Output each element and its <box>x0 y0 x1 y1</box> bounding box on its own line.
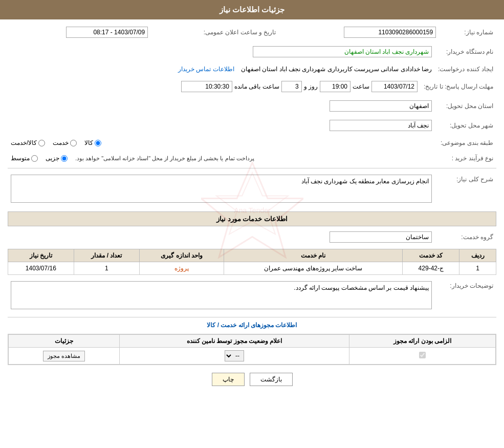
category-radio-khedmat-input[interactable] <box>70 140 77 146</box>
need-desc-label: شرح کلی نیاز: <box>435 173 496 206</box>
page-header: جزئیات اطلاعات نیاز <box>0 0 504 19</box>
row-date: 1403/07/16 <box>8 262 74 275</box>
view-permit-button[interactable]: مشاهده مجوز <box>43 351 85 361</box>
col-header-count: تعداد / مقدار <box>74 249 140 262</box>
buyer-org-label: نام دستگاه خریدار: <box>435 44 496 59</box>
category-kala-khedmat-label: کالا/خدمت <box>11 139 37 146</box>
perm-details-cell: مشاهده مجوز <box>9 348 120 365</box>
need-desc-textarea[interactable]: انجام زیرسازی معابر منطقه یک شهرداری نجف… <box>11 175 432 203</box>
need-number-value: 1103090286000159 <box>279 25 439 40</box>
response-deadline-label: مهلت ارسال پاسخ: تا تاریخ: <box>421 79 496 94</box>
delivery-province-value: اصفهان <box>8 98 435 114</box>
permissions-table: الزامی بودن ارائه مجوز اعلام وضعیت مجوز … <box>8 334 496 365</box>
print-button[interactable]: چاپ <box>212 373 245 386</box>
services-section-title: اطلاعات خدمات مورد نیاز <box>8 211 496 226</box>
purchase-jozi-label: جزیی <box>46 155 59 162</box>
footer-buttons: چاپ بازگشت <box>8 365 496 394</box>
info-table-buyer-desc: توضیحات خریدار: پیشنهاد قیمت بر اساس مشخ… <box>8 279 496 313</box>
remaining-label: ساعت باقی مانده <box>234 83 279 90</box>
category-radio-kala-khedmat-input[interactable] <box>38 140 45 146</box>
purchase-radio-jozi-input[interactable] <box>61 155 68 162</box>
perm-table-row: -- مشاهده مجوز <box>9 348 496 365</box>
service-group-input: ساختمان <box>330 231 432 243</box>
header-title: جزئیات اطلاعات نیاز <box>220 5 284 14</box>
requester-value: رضا خدادادی سادانی سرپرست کاربرداری شهرد… <box>8 63 435 75</box>
need-desc-value: انجام زیرسازی معابر منطقه یک شهرداری نجف… <box>8 173 435 206</box>
perm-status-cell: -- <box>120 348 349 365</box>
row-code: ج-42-429 <box>403 262 459 275</box>
category-label: طبقه بندی موضوعی: <box>435 137 496 148</box>
days-input: 3 <box>281 81 302 92</box>
delivery-city-label: شهر محل تحویل: <box>435 118 496 133</box>
requester-text: رضا خدادادی سادانی سرپرست کاربرداری شهرد… <box>241 66 432 73</box>
response-deadline-value: 10:30:30 ساعت باقی مانده 3 روز و 19:00 س… <box>8 79 421 94</box>
perm-required-checkbox[interactable] <box>419 352 426 358</box>
col-header-code: کد خدمت <box>403 249 459 262</box>
perm-col-required: الزامی بودن ارائه مجوز <box>349 335 495 348</box>
time-input: 19:00 <box>320 81 350 92</box>
info-table-city: شهر محل تحویل: نجف آباد <box>8 118 496 133</box>
row-name: ساخت سایر پروژه‌های مهندسی عمران <box>224 262 402 275</box>
contact-link[interactable]: اطلاعات تماس خریدار <box>178 66 234 73</box>
permissions-link: اطلاعات مجوزهای ارائه خدمت / کالا <box>8 322 496 329</box>
perm-col-status: اعلام وضعیت مجوز توسط نامین کننده <box>120 335 349 348</box>
purchase-type-label: نوع فرآیند خرید : <box>435 153 496 164</box>
col-header-name: نام خدمت <box>224 249 402 262</box>
divider-1 <box>8 168 496 168</box>
info-table-province: استان محل تحویل: اصفهان <box>8 98 496 114</box>
days-label: روز و <box>304 83 318 90</box>
need-number-label: شماره نیاز: <box>439 25 496 40</box>
table-row: 1 ج-42-429 ساخت سایر پروژه‌های مهندسی عم… <box>8 262 496 275</box>
row-count: 1 <box>74 262 140 275</box>
category-radio-kala-khedmat[interactable]: کالا/خدمت <box>11 139 45 146</box>
need-number-input: 1103090286000159 <box>344 27 436 38</box>
announce-datetime-value: 1403/07/09 - 08:17 <box>8 25 151 40</box>
buyer-desc-value: پیشنهاد قیمت بر اساس مشخصات پیوست ارائه … <box>8 279 435 313</box>
services-data-table: ردیف کد خدمت نام خدمت واحد اندازه گیری ت… <box>8 249 496 275</box>
purchase-radio-motavasset-input[interactable] <box>31 155 38 162</box>
main-content: Ana Tender شماره نیاز: 1103090286000159 … <box>0 19 504 399</box>
purchase-type-value: متوسط جزیی پرداخت تمام یا بخشی از مبلغ خ… <box>8 153 435 164</box>
purchase-motavasset-label: متوسط <box>11 155 30 162</box>
col-header-unit: واحد اندازه گیری <box>140 249 224 262</box>
info-table-category: طبقه بندی موضوعی: کالا/خدمت خدمت کالا <box>8 137 496 148</box>
back-button[interactable]: بازگشت <box>250 373 293 386</box>
page-wrapper: جزئیات اطلاعات نیاز Ana Tender شماره نیا… <box>0 0 504 448</box>
info-table-requester: ایجاد کننده درخواست: رضا خدادادی سادانی … <box>8 63 496 75</box>
purchase-radio-motavasset[interactable]: متوسط <box>11 155 38 162</box>
buyer-desc-textarea[interactable]: پیشنهاد قیمت بر اساس مشخصات پیوست ارائه … <box>11 281 432 309</box>
info-table-deadline: مهلت ارسال پاسخ: تا تاریخ: 10:30:30 ساعت… <box>8 79 496 94</box>
service-group-label: گروه خدمت: <box>435 229 496 245</box>
announce-datetime-input: 1403/07/09 - 08:17 <box>66 27 148 38</box>
info-table-need-desc: شرح کلی نیاز: انجام زیرسازی معابر منطقه … <box>8 173 496 206</box>
delivery-province-label: استان محل تحویل: <box>435 98 496 114</box>
permissions-section: الزامی بودن ارائه مجوز اعلام وضعیت مجوز … <box>8 334 496 365</box>
info-table-top: شماره نیاز: 1103090286000159 تاریخ و ساع… <box>8 25 496 40</box>
perm-col-details: جزئیات <box>9 335 120 348</box>
buyer-desc-label: توضیحات خریدار: <box>435 279 496 313</box>
category-radio-kala-input[interactable] <box>95 140 101 146</box>
delivery-city-input: نجف آباد <box>330 120 432 131</box>
col-header-date: تاریخ نیاز <box>8 249 74 262</box>
category-value: کالا/خدمت خدمت کالا <box>8 137 435 148</box>
category-kala-label: کالا <box>84 139 93 146</box>
perm-status-select[interactable]: -- <box>225 350 244 361</box>
date-input: 1403/07/12 <box>371 81 418 92</box>
category-radio-khedmat[interactable]: خدمت <box>53 139 77 146</box>
col-header-row: ردیف <box>459 249 496 262</box>
category-radio-kala[interactable]: کالا <box>84 139 101 146</box>
buyer-org-input: شهرداری نجف اباد استان اصفهان <box>253 46 432 57</box>
delivery-city-value: نجف آباد <box>8 118 435 133</box>
row-unit: پروژه <box>140 262 224 275</box>
remaining-time-input: 10:30:30 <box>181 81 232 92</box>
purchase-radio-jozi[interactable]: جزیی <box>46 155 68 162</box>
announce-datetime-label: تاریخ و ساعت اعلان عمومی: <box>151 25 279 40</box>
category-khedmat-label: خدمت <box>53 139 69 146</box>
info-table-purchase-type: نوع فرآیند خرید : متوسط جزیی پرداخت تمام… <box>8 153 496 164</box>
info-table-service-group: گروه خدمت: ساختمان <box>8 229 496 245</box>
perm-required-cell <box>349 348 495 365</box>
requester-label: ایجاد کننده درخواست: <box>435 63 496 75</box>
time-label: ساعت <box>353 83 369 90</box>
buyer-org-value: شهرداری نجف اباد استان اصفهان <box>8 44 435 59</box>
info-table-buyer: نام دستگاه خریدار: شهرداری نجف اباد استا… <box>8 44 496 59</box>
